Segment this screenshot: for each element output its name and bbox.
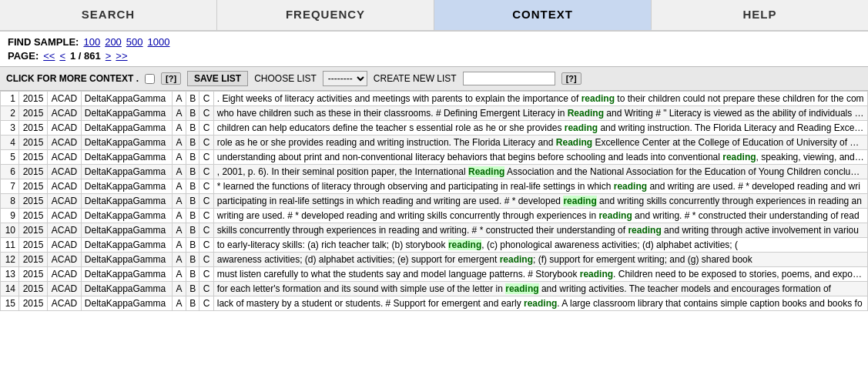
row-num: 9 [1, 209, 19, 223]
page-label: PAGE: [8, 50, 39, 62]
row-corpus: DeltaKappaGamma [81, 136, 172, 150]
create-list-help-button[interactable]: [?] [561, 72, 581, 85]
keyword: reading [598, 210, 632, 221]
row-col-a: A [173, 106, 186, 121]
table-row[interactable]: 112015ACADDeltaKappaGammaABCto early-lit… [1, 238, 868, 253]
row-year: 2015 [19, 267, 48, 282]
table-row[interactable]: 32015ACADDeltaKappaGammaABCchildren can … [1, 121, 868, 136]
page-prev-prev[interactable]: << [43, 50, 55, 62]
page-prev[interactable]: < [59, 50, 65, 62]
sample-500[interactable]: 500 [126, 36, 143, 48]
row-col-b: B [186, 253, 199, 267]
row-col-c: C [199, 165, 213, 179]
row-context[interactable]: * learned the functions of literacy thro… [213, 179, 867, 194]
row-context[interactable]: must listen carefully to what the studen… [213, 267, 867, 282]
row-source: ACAD [47, 223, 81, 238]
sample-1000[interactable]: 1000 [148, 36, 170, 48]
row-col-a: A [173, 296, 186, 311]
table-row[interactable]: 22015ACADDeltaKappaGammaABCwho have chil… [1, 106, 868, 121]
row-col-c: C [199, 296, 213, 311]
row-col-a: A [173, 238, 186, 253]
row-corpus: DeltaKappaGamma [81, 223, 172, 238]
save-list-button[interactable]: SAVE LIST [187, 71, 248, 86]
row-corpus: DeltaKappaGamma [81, 253, 172, 267]
context-before: understanding about print and non-conven… [217, 152, 722, 162]
keyword: reading [581, 93, 615, 104]
find-sample-label: FIND SAMPLE: [8, 36, 79, 48]
row-num: 5 [1, 150, 19, 165]
results-area: 12015ACADDeltaKappaGammaABC. Eight weeks… [0, 91, 868, 311]
row-source: ACAD [47, 92, 81, 106]
row-corpus: DeltaKappaGamma [81, 209, 172, 223]
row-context[interactable]: for each letter's formation and its soun… [213, 282, 867, 296]
row-num: 2 [1, 106, 19, 121]
row-col-b: B [186, 92, 199, 106]
choose-list-select[interactable]: -------- [323, 71, 367, 86]
tab-help[interactable]: HELP [652, 0, 868, 30]
row-source: ACAD [47, 253, 81, 267]
context-before: skills concurrently through experiences … [217, 225, 628, 236]
row-col-b: B [186, 267, 199, 282]
tab-frequency[interactable]: FREQUENCY [217, 0, 434, 30]
tab-context[interactable]: CONTEXT [434, 0, 652, 30]
row-year: 2015 [19, 179, 48, 194]
table-row[interactable]: 62015ACADDeltaKappaGammaABC, 2001, p. 6)… [1, 165, 868, 179]
context-after: . Children need to be exposed to stories… [613, 269, 867, 280]
row-col-a: A [173, 179, 186, 194]
keyword: reading [448, 239, 481, 250]
context-before: . Eight weeks of literacy activities and… [217, 93, 581, 104]
row-context[interactable]: role as he or she provides reading and w… [213, 136, 867, 150]
row-context[interactable]: who have children such as these in their… [213, 106, 867, 121]
row-num: 1 [1, 92, 19, 106]
row-context[interactable]: to early-literacy skills: (a) rich teach… [213, 238, 867, 253]
keyword: reading [614, 181, 647, 192]
row-context[interactable]: participating in real-life settings in w… [213, 194, 867, 209]
page-next[interactable]: > [106, 50, 112, 62]
row-context[interactable]: , 2001, p. 6). In their seminal position… [213, 165, 867, 179]
context-before: * learned the functions of literacy thro… [217, 181, 614, 192]
row-year: 2015 [19, 136, 48, 150]
create-new-list-input[interactable] [463, 72, 555, 85]
row-context[interactable]: . Eight weeks of literacy activities and… [213, 92, 867, 106]
keyword: Reading [568, 108, 604, 119]
select-all-checkbox[interactable] [145, 74, 155, 84]
table-row[interactable]: 12015ACADDeltaKappaGammaABC. Eight weeks… [1, 92, 868, 106]
table-row[interactable]: 92015ACADDeltaKappaGammaABCwriting are u… [1, 209, 868, 223]
context-after: and writing instruction. The Florida Lit… [598, 122, 867, 133]
row-context[interactable]: lack of mastery by a student or students… [213, 296, 867, 311]
sample-100[interactable]: 100 [83, 36, 100, 48]
table-row[interactable]: 82015ACADDeltaKappaGammaABCparticipating… [1, 194, 868, 209]
context-after: and writing through active involvement i… [662, 225, 859, 236]
click-for-more-label[interactable]: CLICK FOR MORE CONTEXT . [6, 73, 139, 84]
table-row[interactable]: 102015ACADDeltaKappaGammaABCskills concu… [1, 223, 868, 238]
sample-200[interactable]: 200 [105, 36, 122, 48]
context-after: Excellence Center at the College of Educ… [592, 137, 867, 148]
row-corpus: DeltaKappaGamma [81, 179, 172, 194]
table-row[interactable]: 122015ACADDeltaKappaGammaABCawareness ac… [1, 253, 868, 267]
table-row[interactable]: 152015ACADDeltaKappaGammaABClack of mast… [1, 296, 868, 311]
row-year: 2015 [19, 165, 48, 179]
row-context[interactable]: skills concurrently through experiences … [213, 223, 867, 238]
row-context[interactable]: understanding about print and non-conven… [213, 150, 867, 165]
row-source: ACAD [47, 121, 81, 136]
context-after: and writing skills concurrently through … [597, 196, 862, 206]
row-context[interactable]: writing are used. # * developed reading … [213, 209, 867, 223]
choose-list-label: CHOOSE LIST [254, 73, 317, 84]
row-year: 2015 [19, 121, 48, 136]
row-context[interactable]: awareness activities; (d) alphabet activ… [213, 253, 867, 267]
table-row[interactable]: 42015ACADDeltaKappaGammaABCrole as he or… [1, 136, 868, 150]
row-source: ACAD [47, 238, 81, 253]
row-num: 10 [1, 223, 19, 238]
table-row[interactable]: 72015ACADDeltaKappaGammaABC* learned the… [1, 179, 868, 194]
page-next-next[interactable]: >> [116, 50, 127, 62]
row-col-a: A [173, 165, 186, 179]
row-corpus: DeltaKappaGamma [81, 121, 172, 136]
keyword: reading [722, 152, 756, 162]
tab-search[interactable]: SEARCH [0, 0, 217, 30]
table-row[interactable]: 52015ACADDeltaKappaGammaABCunderstanding… [1, 150, 868, 165]
row-context[interactable]: children can help educators define the t… [213, 121, 867, 136]
table-row[interactable]: 132015ACADDeltaKappaGammaABCmust listen … [1, 267, 868, 282]
table-row[interactable]: 142015ACADDeltaKappaGammaABCfor each let… [1, 282, 868, 296]
checkbox-help-button[interactable]: [?] [161, 72, 181, 85]
context-before: awareness activities; (d) alphabet activ… [217, 254, 500, 265]
